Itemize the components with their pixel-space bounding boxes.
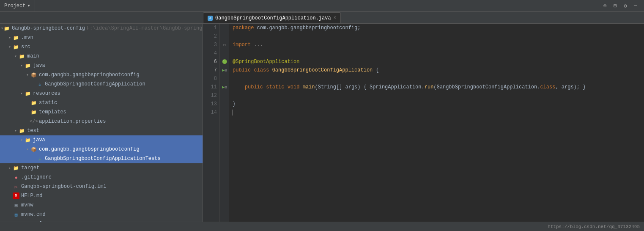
tree-label: HELP.md [21,193,42,199]
gutter-14 [220,108,229,117]
test-package-icon: 📦 [30,146,37,153]
sidebar-item-main-class[interactable]: ☕ GangbbSpringbootConfigApplication [0,80,203,89]
project-text: Project [4,3,25,9]
run-annotation-icon[interactable]: 🟢 [222,59,227,64]
code-line-8 [233,74,644,83]
code-line-14 [233,108,644,117]
resources-icon: 📁 [25,90,31,97]
settings-icon[interactable]: ⚙ [621,2,630,10]
project-label[interactable]: Project ▾ [0,0,35,11]
sidebar-item-java-test[interactable]: 📁 java [0,135,203,145]
fold-method-button[interactable]: ⊟ [225,85,227,90]
static-folder-icon: 📁 [30,99,37,106]
sidebar-item-mvn[interactable]: 📁 .mvn [0,33,203,42]
code-area[interactable]: package com.gangbb.gangbbspringbootconfi… [229,24,644,222]
path-label: F:\idea\SpringAll-master\Gangbb-springbo… [87,25,203,31]
java-class-icon: ☕ [36,81,43,88]
code-line-2 [233,32,644,41]
tree-label: mvnw.cmd [21,212,46,217]
tree-label: com.gangbb.gangbbspringbootconfig [39,146,140,152]
tree-label: templates [39,109,66,115]
tree-label: GangbbSpringbootConfigApplicationTests [45,156,161,162]
code-editor[interactable]: 1 2 3 4 6 7 8 11 12 13 14 ⊟ 🟢 ▶ ⊟ [203,24,644,222]
gutter-12 [220,91,229,100]
arrow-icon [13,54,19,59]
gutter-4 [220,49,229,58]
line-num-12: 12 [203,91,219,100]
sidebar-item-mvnwcmd[interactable]: ▤ mvnw.cmd [0,210,203,219]
arrow-icon [7,44,13,50]
gutter: ⊟ 🟢 ▶ ⊟ ▶ ⊟ [220,24,229,222]
main-layout: 📁 Gangbb-springboot-config F:\idea\Sprin… [0,24,644,222]
code-line-1: package com.gangbb.gangbbspringbootconfi… [233,24,644,32]
sidebar-item-target[interactable]: 📁 target [0,163,203,173]
grid-icon[interactable]: ⊞ [611,2,619,10]
tree-label: test [27,128,39,134]
tab-java-file[interactable]: J GangbbSpringbootConfigApplication.java… [203,12,341,23]
sidebar-item-static[interactable]: 📁 static [0,98,203,107]
gutter-2 [220,32,229,41]
sidebar-item-mvnw[interactable]: ▤ mvnw [0,201,203,210]
minimize-icon[interactable]: — [631,2,640,10]
gutter-3: ⊟ [220,41,229,49]
sidebar-item-templates[interactable]: 📁 templates [0,107,203,117]
gutter-13 [220,100,229,108]
sidebar-item-app-properties[interactable]: </> application.properties [0,117,203,126]
fold-class-button[interactable]: ⊟ [225,68,227,73]
sidebar: 📁 Gangbb-springboot-config F:\idea\Sprin… [0,24,203,222]
mvnw-icon: ▤ [13,202,19,209]
sidebar-item-project-root[interactable]: 📁 Gangbb-springboot-config F:\idea\Sprin… [0,24,203,33]
tree-label: java [33,137,45,143]
tree-label: Gangbb-springboot-config [12,25,85,31]
java-test-folder-icon: 📁 [25,137,31,143]
sidebar-item-test-package[interactable]: 📦 com.gangbb.gangbbspringbootconfig [0,145,203,154]
sidebar-item-package[interactable]: 📦 com.gangbb.gangbbspringbootconfig [0,70,203,80]
tree-label: Gangbb-springboot-config.iml [21,184,107,190]
line-num-1: 1 [203,24,219,32]
line-num-7: 7 [203,66,219,74]
sidebar-item-java-main[interactable]: 📁 java [0,61,203,70]
fold-button[interactable]: ⊟ [223,43,225,47]
top-bar-icons: ⊕ ⊞ ⚙ — [601,2,644,10]
sidebar-item-resources[interactable]: 📁 resources [0,89,203,98]
project-dropdown-icon[interactable]: ▾ [27,3,30,9]
tree-label: com.gangbb.gangbbspringbootconfig [39,72,140,78]
tree-label: resources [33,91,60,96]
arrow-icon [19,63,25,68]
tab-close-button[interactable]: × [334,16,336,20]
folder-icon: 📁 [25,62,31,69]
arrow-icon [25,72,30,77]
folder-icon: 📁 [3,25,10,32]
gutter-7: ▶ ⊟ [220,66,229,74]
sidebar-item-test-class[interactable]: ☕ GangbbSpringbootConfigApplicationTests [0,154,203,163]
java-file-icon: J [208,16,213,21]
line-num-4: 4 [203,49,219,58]
code-line-7: public class GangbbSpringbootConfigAppli… [233,66,644,74]
line-num-3: 3 [203,41,219,49]
iml-icon: ▷ [13,183,19,190]
line-num-13: 13 [203,100,219,108]
line-num-11: 11 [203,83,219,91]
arrow-icon [25,147,30,152]
line-num-6: 6 [203,58,219,66]
gutter-11: ▶ ⊟ [220,83,229,91]
sidebar-item-gitignore[interactable]: ◆ .gitignore [0,173,203,182]
package-icon: 📦 [30,72,37,78]
code-line-11: public static void main(String[] args) {… [233,83,644,91]
status-url: https://blog.csdn.net/qq_37132495 [548,224,640,229]
gutter-8 [220,74,229,83]
tree-label: .mvn [21,35,33,41]
add-icon[interactable]: ⊕ [601,2,609,10]
target-folder-icon: 📁 [13,165,19,171]
sidebar-item-test[interactable]: 📁 test [0,126,203,135]
properties-icon: </> [30,118,37,125]
tree-label: main [27,53,39,59]
top-bar: Project ▾ ⊕ ⊞ ⚙ — [0,0,644,12]
sidebar-item-helpmd[interactable]: M HELP.md [0,191,203,201]
line-num-14: 14 [203,108,219,117]
sidebar-item-src[interactable]: 📁 src [0,42,203,52]
code-line-6: @SpringBootApplication [233,58,644,66]
folder-icon: 📁 [19,53,25,60]
sidebar-item-main[interactable]: 📁 main [0,52,203,61]
sidebar-item-iml[interactable]: ▷ Gangbb-springboot-config.iml [0,182,203,191]
